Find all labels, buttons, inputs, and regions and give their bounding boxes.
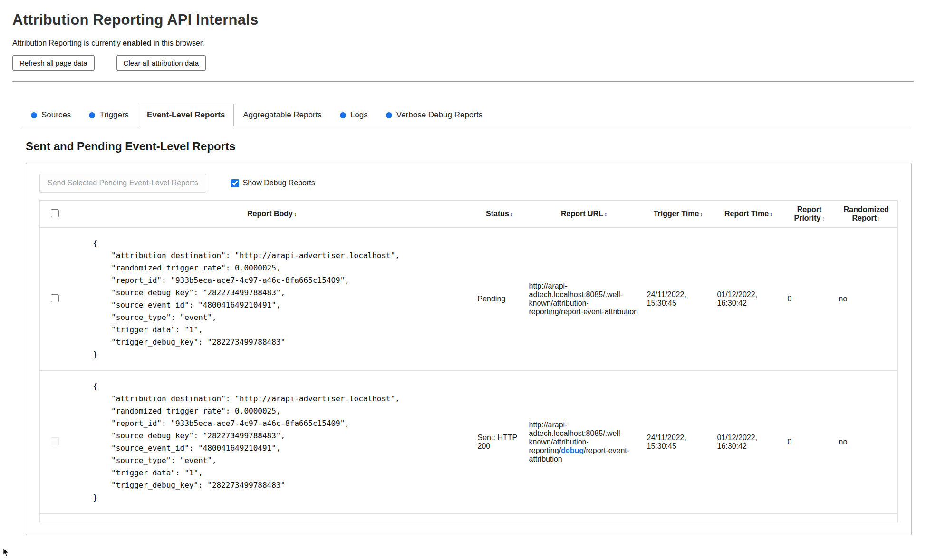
report-body-cell: { "attribution_destination": "http://ara… — [70, 371, 474, 514]
trigger-time: 24/11/2022, 15:30:45 — [643, 371, 714, 514]
sort-icon: ↕ — [770, 211, 772, 218]
mouse-cursor-icon — [3, 548, 10, 557]
status-prefix: Attribution Reporting is currently — [12, 39, 123, 47]
reports-panel: Send Selected Pending Event-Level Report… — [26, 163, 912, 535]
report-row-sent: { "attribution_destination": "http://ara… — [40, 371, 898, 514]
tab-sources[interactable]: Sources — [22, 104, 80, 126]
table-footer-spacer — [40, 514, 898, 522]
report-status: Pending — [474, 228, 525, 371]
report-priority: 0 — [784, 371, 835, 514]
tab-logs-label: Logs — [350, 110, 368, 120]
col-label-report-url: Report URL — [561, 210, 603, 218]
tab-verbose-debug-reports-label: Verbose Debug Reports — [396, 110, 482, 120]
col-label-randomized-report: Randomized Report — [844, 205, 889, 222]
sort-icon: ↕ — [294, 211, 297, 218]
randomized-report: no — [835, 228, 898, 371]
col-header-report-time[interactable]: Report Time↕ — [714, 201, 784, 228]
report-body-json: { "attribution_destination": "http://ara… — [93, 380, 470, 504]
col-label-report-priority: Report Priority — [794, 205, 821, 222]
status-text: Attribution Reporting is currently enabl… — [12, 39, 914, 48]
tab-sources-label: Sources — [41, 110, 71, 120]
table-header-row: Report Body↕ Status↕ Report URL↕ Trigger… — [40, 201, 898, 228]
tab-triggers-label: Triggers — [99, 110, 129, 120]
sort-icon: ↕ — [510, 211, 513, 218]
triggers-status-dot-icon — [89, 112, 95, 118]
status-suffix: in this browser. — [152, 39, 204, 47]
show-debug-control[interactable]: Show Debug Reports — [231, 179, 315, 187]
sort-icon: ↕ — [604, 211, 607, 218]
report-controls: Send Selected Pending Event-Level Report… — [39, 174, 898, 193]
col-label-report-body: Report Body — [247, 210, 293, 218]
col-label-report-time: Report Time — [724, 210, 769, 218]
tab-event-level-reports-label: Event-Level Reports — [147, 110, 225, 120]
row-select-checkbox-disabled — [51, 437, 59, 445]
reports-table: Report Body↕ Status↕ Report URL↕ Trigger… — [39, 200, 898, 522]
page-title: Attribution Reporting API Internals — [12, 11, 914, 29]
col-label-trigger-time: Trigger Time — [654, 210, 699, 218]
clear-all-button[interactable]: Clear all attribution data — [116, 55, 206, 71]
logs-status-dot-icon — [340, 112, 346, 118]
col-header-report-body[interactable]: Report Body↕ — [70, 201, 474, 228]
select-all-checkbox[interactable] — [51, 209, 59, 217]
sort-icon: ↕ — [878, 215, 880, 222]
row-select-cell — [40, 371, 70, 514]
show-debug-label: Show Debug Reports — [243, 179, 315, 187]
verbose-status-dot-icon — [386, 112, 392, 118]
attribution-internals-page: Attribution Reporting API Internals Attr… — [0, 0, 926, 535]
report-status: Sent: HTTP 200 — [474, 371, 525, 514]
select-all-cell — [40, 201, 70, 228]
report-url: http://arapi-adtech.localhost:8085/.well… — [525, 371, 643, 514]
report-url-text: http://arapi-adtech.localhost:8085/.well… — [529, 282, 638, 316]
tab-event-level-reports[interactable]: Event-Level Reports — [138, 104, 234, 126]
row-select-cell — [40, 228, 70, 371]
tab-verbose-debug-reports[interactable]: Verbose Debug Reports — [377, 104, 492, 126]
sort-icon: ↕ — [822, 215, 825, 222]
col-header-report-url[interactable]: Report URL↕ — [525, 201, 643, 228]
sort-icon: ↕ — [700, 211, 703, 218]
col-header-status[interactable]: Status↕ — [474, 201, 525, 228]
top-button-row: Refresh all page data Clear all attribut… — [12, 55, 914, 71]
col-header-trigger-time[interactable]: Trigger Time↕ — [643, 201, 714, 228]
sources-status-dot-icon — [31, 112, 37, 118]
report-body-json: { "attribution_destination": "http://ara… — [93, 237, 470, 361]
debug-link[interactable]: debug — [561, 446, 584, 454]
report-priority: 0 — [784, 228, 835, 371]
report-time: 01/12/2022, 16:30:42 — [714, 371, 784, 514]
event-level-reports-panel-area: Sent and Pending Event-Level Reports Sen… — [26, 140, 912, 535]
row-select-checkbox[interactable] — [51, 294, 59, 302]
tab-logs[interactable]: Logs — [331, 104, 377, 126]
report-row-pending: { "attribution_destination": "http://ara… — [40, 228, 898, 371]
col-header-report-priority[interactable]: Report Priority↕ — [784, 201, 835, 228]
trigger-time: 24/11/2022, 15:30:45 — [643, 228, 714, 371]
tab-triggers[interactable]: Triggers — [80, 104, 138, 126]
refresh-all-button[interactable]: Refresh all page data — [12, 55, 95, 71]
tab-aggregatable-reports[interactable]: Aggregatable Reports — [234, 104, 330, 126]
col-header-randomized-report[interactable]: Randomized Report↕ — [835, 201, 898, 228]
show-debug-checkbox[interactable] — [231, 179, 239, 187]
section-heading: Sent and Pending Event-Level Reports — [26, 140, 912, 153]
report-time: 01/12/2022, 16:30:42 — [714, 228, 784, 371]
divider — [12, 81, 914, 82]
col-label-status: Status — [486, 210, 509, 218]
randomized-report: no — [835, 371, 898, 514]
status-enabled: enabled — [123, 39, 151, 47]
tab-strip: Sources Triggers Event-Level Reports Agg… — [22, 104, 912, 126]
send-selected-button[interactable]: Send Selected Pending Event-Level Report… — [39, 174, 206, 193]
tab-aggregatable-reports-label: Aggregatable Reports — [243, 110, 321, 120]
report-body-cell: { "attribution_destination": "http://ara… — [70, 228, 474, 371]
report-url: http://arapi-adtech.localhost:8085/.well… — [525, 228, 643, 371]
